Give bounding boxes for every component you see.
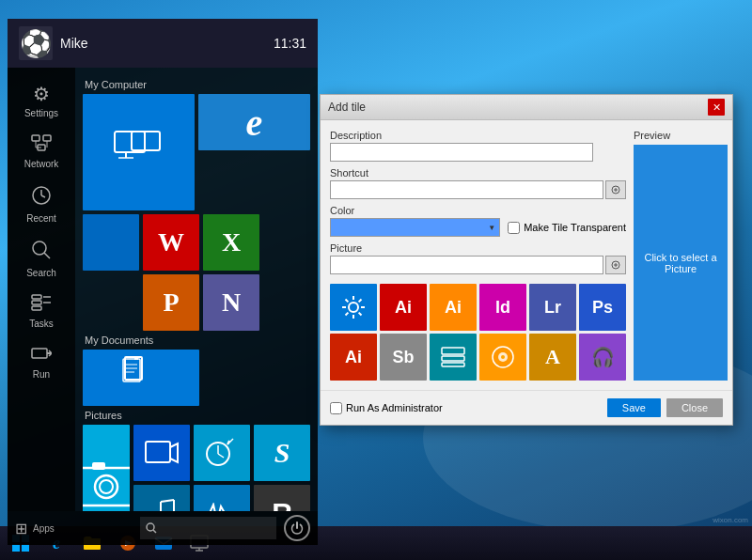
tile-onenote[interactable]: N xyxy=(203,274,259,331)
app-icon-acrobat[interactable]: Ai xyxy=(380,284,427,331)
color-field: Color ▼ Make Tile Transparent xyxy=(330,205,626,237)
dialog-left-panel: Description Shortcut Color ▼ xyxy=(330,130,626,381)
sidebar-item-recent[interactable]: Recent xyxy=(9,179,73,229)
section-label-my-computer: My Computer xyxy=(85,79,310,90)
svg-point-57 xyxy=(501,355,505,359)
footer-buttons: Save Close xyxy=(607,398,723,417)
tile-clock[interactable] xyxy=(194,425,250,481)
sidebar-item-tasks[interactable]: Tasks xyxy=(9,288,73,334)
picture-input[interactable] xyxy=(330,256,603,274)
description-label: Description xyxy=(330,130,626,141)
sidebar-item-label: Recent xyxy=(26,213,56,224)
settings-icon: ⚙ xyxy=(33,83,50,105)
tile-word[interactable]: W xyxy=(143,214,199,271)
svg-rect-53 xyxy=(442,356,464,361)
section-label-pictures: Pictures xyxy=(85,410,310,421)
transparent-checkbox[interactable] xyxy=(508,222,520,234)
windows-icon: ⊞ xyxy=(15,520,27,537)
app-icons-section: Ai Ai Id Lr Ps Ai xyxy=(330,280,626,381)
svg-rect-54 xyxy=(442,363,464,366)
tile-blank1[interactable] xyxy=(83,214,139,271)
picture-label: Picture xyxy=(330,242,626,254)
power-icon xyxy=(290,521,304,535)
tile-excel[interactable]: X xyxy=(203,214,259,271)
svg-rect-61 xyxy=(22,544,29,552)
dialog-body: Description Shortcut Color ▼ xyxy=(321,120,732,390)
shortcut-input-group xyxy=(330,180,626,199)
svg-line-10 xyxy=(44,253,50,258)
close-button[interactable]: Close xyxy=(666,398,723,417)
save-button[interactable]: Save xyxy=(607,398,661,417)
app-icon-photoshop[interactable]: Ps xyxy=(579,284,626,331)
preview-box[interactable]: Click to select a Picture xyxy=(634,145,728,381)
tile-video[interactable] xyxy=(133,425,190,481)
app-icon-premiere[interactable] xyxy=(479,334,526,381)
tile-documents[interactable] xyxy=(83,350,199,406)
tiles-area: My Computer e xyxy=(75,68,318,511)
tile-r[interactable]: R xyxy=(254,485,310,511)
app-icon-soundbooth[interactable]: Sb xyxy=(380,334,427,381)
svg-point-30 xyxy=(100,480,113,493)
svg-rect-27 xyxy=(134,356,138,360)
start-menu: ⚽ Mike 11:31 ⚙ Settings xyxy=(8,19,318,545)
svg-line-42 xyxy=(227,441,229,444)
app-icon-acrobat2[interactable]: Ai xyxy=(330,334,377,381)
tiles-row xyxy=(83,350,310,406)
color-dropdown[interactable]: ▼ xyxy=(330,218,500,237)
sidebar-item-settings[interactable]: ⚙ Settings xyxy=(9,77,73,124)
avatar[interactable]: ⚽ xyxy=(19,26,53,60)
tile-internet-explorer[interactable]: e xyxy=(198,94,310,150)
app-icon-indesign[interactable]: Id xyxy=(479,284,526,331)
dialog-close-button[interactable]: ✕ xyxy=(708,99,725,116)
user-name: Mike xyxy=(60,36,88,51)
run-as-admin-checkbox[interactable] xyxy=(330,402,342,414)
sidebar-item-search[interactable]: Search xyxy=(9,234,73,284)
sidebar-item-label: Tasks xyxy=(29,319,54,329)
watermark: wixon.com xyxy=(713,516,748,524)
color-label: Color xyxy=(330,205,626,216)
search-icon xyxy=(146,522,157,534)
add-tile-dialog: Add tile ✕ Description Shortcut xyxy=(320,94,733,426)
tile-my-computer[interactable] xyxy=(83,94,195,210)
run-as-admin-label[interactable]: Run As Administrator xyxy=(330,402,443,414)
run-icon xyxy=(31,345,52,366)
app-icon-illustrator[interactable]: Ai xyxy=(430,284,477,331)
app-icon-font[interactable]: A xyxy=(529,334,576,381)
svg-rect-28 xyxy=(83,468,130,506)
app-icon-audition[interactable]: 🎧 xyxy=(579,334,626,381)
recent-icon xyxy=(31,185,52,210)
tile-heartbeat[interactable] xyxy=(194,485,250,511)
app-icon-settings[interactable] xyxy=(330,284,377,331)
tile-music[interactable] xyxy=(133,485,190,511)
search-icon xyxy=(31,240,52,265)
svg-rect-13 xyxy=(32,306,41,310)
sidebar-item-run[interactable]: Run xyxy=(9,339,73,385)
transparent-label: Make Tile Transparent xyxy=(524,222,626,233)
picture-browse-button[interactable] xyxy=(605,256,626,274)
preview-click-text: Click to select a Picture xyxy=(634,252,728,274)
tile-powerpoint[interactable]: P xyxy=(143,274,199,331)
shortcut-browse-button[interactable] xyxy=(605,180,626,199)
sidebar-item-label: Settings xyxy=(24,108,58,118)
svg-rect-1 xyxy=(43,135,51,141)
svg-point-43 xyxy=(147,523,154,531)
app-icon-lightroom[interactable]: Lr xyxy=(529,284,576,331)
dialog-footer: Run As Administrator Save Close xyxy=(321,390,732,425)
network-icon xyxy=(31,134,52,156)
shortcut-input[interactable] xyxy=(330,180,603,199)
dialog-title: Add tile xyxy=(328,101,366,114)
dialog-right-panel: Preview Click to select a Picture xyxy=(634,130,728,381)
app-icon-fileflow[interactable] xyxy=(430,334,477,381)
svg-line-35 xyxy=(161,500,174,502)
sidebar-item-network[interactable]: Network xyxy=(9,129,73,175)
transparent-checkbox-label[interactable]: Make Tile Transparent xyxy=(508,222,626,234)
app-icons-grid: Ai Ai Id Lr Ps Ai xyxy=(330,284,626,381)
svg-rect-12 xyxy=(32,301,41,304)
tiles-row: e xyxy=(83,94,310,210)
svg-rect-52 xyxy=(442,348,464,354)
time-display: 11:31 xyxy=(274,36,306,51)
power-button[interactable] xyxy=(284,515,310,541)
tile-pictures[interactable] xyxy=(83,425,130,511)
tile-skype[interactable]: S xyxy=(254,425,310,481)
description-input[interactable] xyxy=(330,143,593,162)
